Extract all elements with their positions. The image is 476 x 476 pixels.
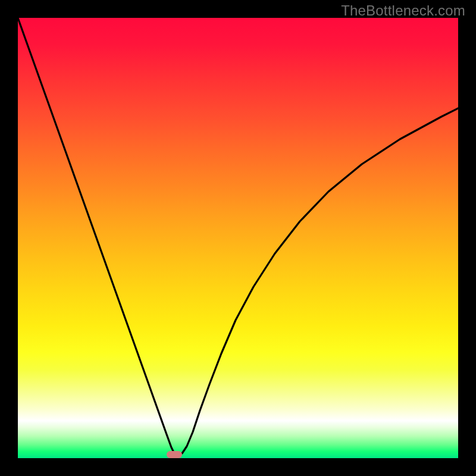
plot-area [18,18,458,458]
watermark-text: TheBottleneck.com [341,2,465,19]
chart-frame: TheBottleneck.com [0,0,476,476]
bottleneck-curve-path [18,18,458,456]
bottleneck-curve-svg [18,18,458,458]
optimal-point-marker [167,451,182,458]
